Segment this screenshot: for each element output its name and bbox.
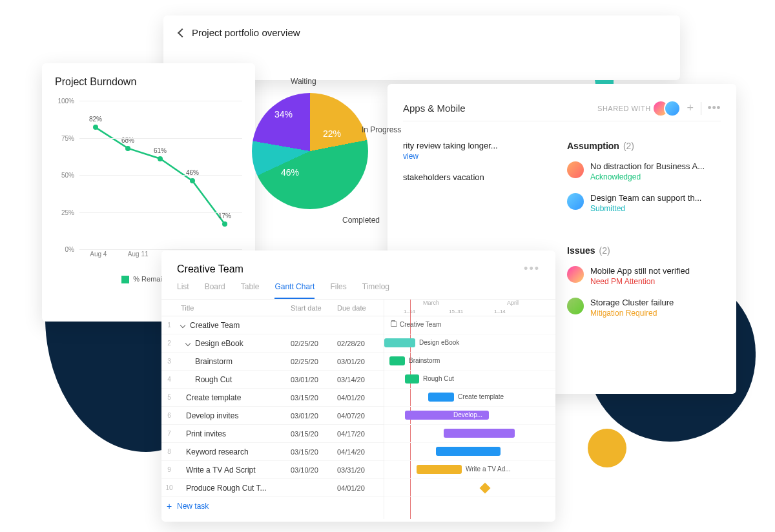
table-row[interactable]: 8Keyword research03/15/2004/14/20 — [161, 443, 384, 461]
raid-item[interactable]: Design Team can support th...Submitted — [567, 193, 721, 213]
assumption-heading: Assumption — [567, 141, 619, 151]
avatar — [567, 193, 584, 210]
burndown-chart: 0%25%50%75%100% 82%68%61%46%17% Aug 4Aug… — [55, 101, 242, 269]
risk-item[interactable]: stakeholders vacation — [403, 172, 557, 182]
milestone-diamond[interactable] — [480, 483, 491, 494]
gantt-bar[interactable] — [428, 393, 454, 402]
avatar — [567, 161, 584, 178]
avatar — [567, 298, 584, 314]
gantt-tabs: ListBoardTableGantt ChartFilesTimelog — [161, 276, 555, 300]
back-icon[interactable] — [178, 28, 187, 37]
table-row[interactable]: 5Create template03/15/2004/01/20 — [161, 389, 384, 407]
risk-item[interactable]: rity review taking longer... view — [403, 141, 557, 161]
apps-mobile-title: Apps & Mobile — [403, 103, 466, 114]
tab-board[interactable]: Board — [205, 282, 225, 299]
shared-with-label: SHARED WITH — [597, 105, 651, 112]
tab-list[interactable]: List — [177, 282, 189, 299]
burndown-title: Project Burndown — [55, 76, 242, 88]
gantt-panel: Creative Team ••• ListBoardTableGantt Ch… — [161, 251, 555, 522]
gantt-bar[interactable] — [389, 356, 405, 365]
gantt-title: Creative Team — [177, 263, 243, 275]
table-row[interactable]: 3Brainstorm02/25/2003/01/20 — [161, 353, 384, 371]
tab-timelog[interactable]: Timelog — [362, 282, 389, 299]
gantt-bar[interactable] — [405, 374, 419, 384]
more-menu-button[interactable]: ••• — [708, 101, 721, 115]
table-row[interactable]: 6Develop invites03/01/2004/07/20 — [161, 407, 384, 425]
table-row[interactable]: 10Produce Rough Cut T...04/01/20 — [161, 479, 384, 497]
table-row[interactable]: 4Rough Cut03/01/2003/14/20 — [161, 371, 384, 389]
raid-item[interactable]: Storage Cluster failureMitigation Requir… — [567, 298, 721, 318]
table-row[interactable]: 7Print invites03/15/2004/17/20 — [161, 425, 384, 443]
table-row[interactable]: 1Creative Team — [161, 316, 384, 334]
decorative-circle-yellow — [588, 429, 626, 467]
pie-chart: 34% 22% 46% Waiting In Progress Complete… — [245, 74, 407, 235]
gantt-bar[interactable] — [384, 338, 415, 347]
issues-heading: Issues — [567, 245, 595, 256]
table-row[interactable]: 2Design eBook02/25/2002/28/20 — [161, 334, 384, 353]
avatar — [567, 266, 584, 283]
gantt-bar[interactable] — [436, 447, 501, 456]
tab-table[interactable]: Table — [241, 282, 260, 299]
tab-files[interactable]: Files — [330, 282, 346, 299]
chevron-down-icon[interactable] — [180, 322, 185, 327]
add-share-button[interactable]: + — [687, 101, 694, 115]
chevron-down-icon[interactable] — [185, 340, 191, 345]
tab-gantt-chart[interactable]: Gantt Chart — [274, 282, 315, 299]
gantt-bar[interactable] — [417, 465, 462, 474]
table-row[interactable]: 9Write a TV Ad Script03/10/2003/31/20 — [161, 461, 384, 479]
portfolio-title: Project portfolio overview — [192, 27, 300, 38]
new-task-button[interactable]: + New task — [161, 497, 384, 515]
shared-avatars[interactable] — [657, 100, 681, 117]
raid-item[interactable]: No distraction for Business A...Acknowle… — [567, 161, 721, 181]
gantt-more-button[interactable]: ••• — [524, 262, 540, 276]
folder-icon — [391, 322, 397, 327]
gantt-bar[interactable] — [444, 429, 515, 438]
raid-item[interactable]: Mobile App still not verifiedNeed PM Att… — [567, 266, 721, 286]
